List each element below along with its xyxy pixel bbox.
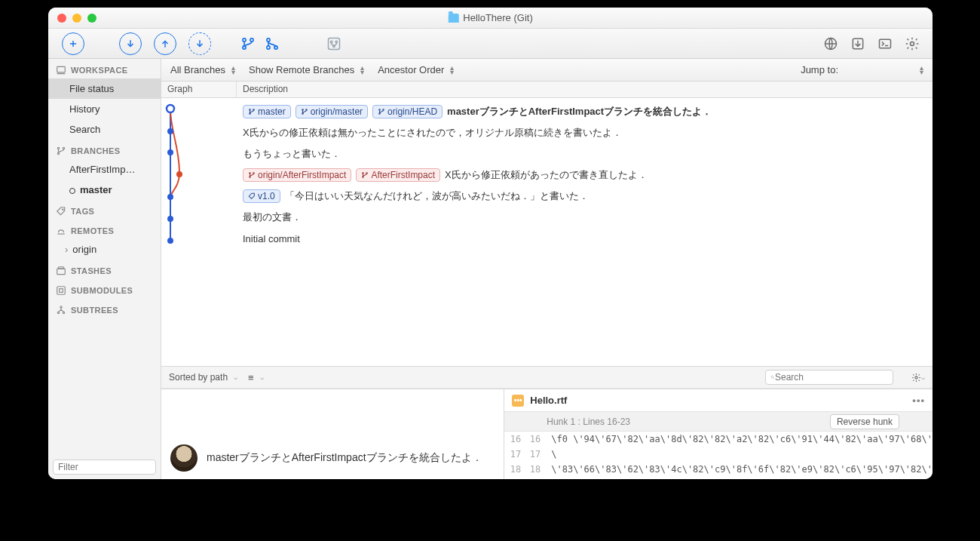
sidebar-section-remotes[interactable]: REMOTES	[48, 220, 161, 239]
commit-button[interactable]	[62, 32, 84, 55]
svg-point-39	[167, 149, 173, 155]
file-search[interactable]	[765, 370, 893, 385]
file-search-input[interactable]	[775, 372, 888, 383]
file-icon: •••	[512, 395, 524, 407]
svg-point-43	[167, 238, 173, 244]
merge-button[interactable]	[264, 35, 280, 52]
minimize-window-button[interactable]	[72, 14, 81, 23]
svg-point-47	[302, 109, 303, 111]
file-options-button[interactable]: •••	[912, 395, 925, 406]
svg-point-5	[243, 38, 246, 41]
sidebar-item-file-status[interactable]: File status	[48, 78, 161, 99]
pull-button[interactable]	[119, 32, 142, 55]
maximize-window-button[interactable]	[87, 14, 96, 23]
sidebar-remote-origin[interactable]: ›origin	[48, 239, 161, 260]
svg-point-46	[253, 109, 255, 111]
sidebar-item-search[interactable]: Search	[48, 119, 161, 140]
settings-button[interactable]	[904, 35, 920, 52]
sidebar-section-submodules[interactable]: SUBMODULES	[48, 279, 161, 299]
svg-point-20	[911, 41, 914, 45]
svg-point-40	[176, 171, 182, 177]
diff-line: 1717\	[504, 447, 933, 462]
sidebar-branch-item[interactable]: AfterFirstImp…	[48, 159, 161, 180]
svg-point-7	[250, 38, 253, 41]
branches-filter-dropdown[interactable]: All Branches▴▾	[170, 64, 235, 75]
diff-file-header: ••• Hello.rtf •••	[504, 389, 933, 412]
branch-button[interactable]	[240, 35, 256, 52]
commit-row[interactable]: origin/AfterFirstImpactAfterFirstImpactX…	[237, 164, 933, 186]
svg-point-44	[250, 109, 251, 111]
sidebar: WORKSPACE File status History Search BRA…	[48, 59, 161, 479]
svg-point-50	[379, 109, 381, 111]
svg-point-41	[167, 194, 173, 200]
detail-panel: masterブランチとAfterFirstImpactブランチを統合したよ． •…	[161, 389, 933, 479]
svg-rect-29	[57, 287, 66, 295]
remote-hosting-button[interactable]	[822, 35, 839, 52]
remote-view-button[interactable]	[326, 35, 342, 52]
sidebar-section-subtrees[interactable]: SUBTREES	[48, 299, 161, 318]
jump-to-dropdown[interactable]: Jump to:▴▾	[801, 64, 923, 75]
branch-badge[interactable]: master	[243, 105, 291, 118]
sidebar-filter[interactable]	[53, 460, 156, 475]
diff-filename: Hello.rtf	[530, 395, 567, 406]
svg-point-33	[63, 312, 64, 313]
branch-badge[interactable]: origin/master	[296, 105, 368, 118]
order-dropdown[interactable]: Ancestor Order▴▾	[378, 64, 454, 75]
diff-options-button[interactable]: ⌵	[911, 370, 925, 384]
commit-row[interactable]: Initial commit	[237, 228, 933, 249]
svg-rect-28	[59, 267, 64, 269]
push-button[interactable]	[154, 32, 176, 55]
sidebar-item-history[interactable]: History	[48, 99, 161, 119]
diff-content: 1616\f0 \'94\'67\'82\'aa\'8d\'82\'82\'a2…	[504, 432, 933, 477]
hunk-header: Hunk 1 : Lines 16-23 Reverse hunk	[504, 412, 933, 432]
terminal-button[interactable]	[877, 35, 893, 52]
diff-panel: ••• Hello.rtf ••• Hunk 1 : Lines 16-23 R…	[504, 389, 933, 479]
current-branch-indicator-icon	[69, 188, 75, 194]
branch-badge[interactable]: origin/HEAD	[372, 105, 443, 118]
remote-branches-dropdown[interactable]: Show Remote Branches▴▾	[249, 64, 364, 75]
graph-column	[161, 98, 237, 366]
fetch-button[interactable]	[188, 32, 211, 55]
sidebar-section-branches[interactable]: BRANCHES	[48, 140, 161, 159]
tag-badge[interactable]: v1.0	[243, 189, 280, 203]
stash-button[interactable]	[850, 35, 866, 52]
branch-badge[interactable]: AfterFirstImpact	[356, 168, 440, 182]
svg-rect-21	[57, 66, 66, 72]
commit-list: masterorigin/masterorigin/HEADmasterブランチ…	[161, 98, 933, 366]
sort-dropdown[interactable]: Sorted by path ⌵	[169, 372, 237, 383]
col-graph[interactable]: Graph	[161, 81, 237, 97]
folder-icon	[448, 14, 458, 23]
diff-line: 1616\f0 \'94\'67\'82\'aa\'8d\'82\'82\'a2…	[504, 432, 933, 447]
diff-line: 1818\'83\'66\'83\'62\'83\'4c\'82\'c9\'8f…	[504, 462, 933, 477]
svg-rect-27	[57, 269, 66, 275]
svg-point-42	[167, 216, 173, 222]
commit-row[interactable]: X氏からの修正依頼は無かったことにされたので，オリジナル原稿に続きを書いたよ．	[237, 122, 933, 143]
svg-point-38	[167, 128, 173, 134]
reverse-hunk-button[interactable]: Reverse hunk	[830, 414, 899, 429]
filter-input[interactable]	[58, 462, 161, 472]
commit-message: もうちょっと書いた．	[243, 147, 341, 161]
view-mode-dropdown[interactable]: ≡ ⌵	[248, 372, 264, 383]
commit-message: X氏から修正依頼があったので書き直したよ．	[445, 168, 648, 182]
commit-row[interactable]: もうちょっと書いた．	[237, 143, 933, 164]
author-avatar	[170, 444, 198, 472]
svg-point-26	[63, 209, 63, 210]
svg-point-23	[57, 147, 59, 149]
sidebar-section-stashes[interactable]: STASHES	[48, 260, 161, 279]
commit-row[interactable]: v1.0「今日はいい天気なんだけれど，波が高いみたいだね．」と書いた．	[237, 186, 933, 207]
commit-message-row: masterブランチとAfterFirstImpactブランチを統合したよ．	[161, 437, 504, 479]
close-window-button[interactable]	[57, 14, 66, 23]
sidebar-section-workspace[interactable]: WORKSPACE	[48, 59, 161, 78]
commit-filter-bar: All Branches▴▾ Show Remote Branches▴▾ An…	[161, 59, 933, 81]
svg-line-60	[773, 378, 774, 379]
sidebar-section-tags[interactable]: TAGS	[48, 200, 161, 220]
svg-point-37	[167, 105, 174, 112]
commit-row[interactable]: masterorigin/masterorigin/HEADmasterブランチ…	[237, 101, 933, 122]
svg-point-58	[366, 173, 368, 174]
commit-row[interactable]: 最初の文書．	[237, 207, 933, 228]
svg-point-13	[335, 41, 338, 43]
svg-point-12	[330, 41, 332, 43]
branch-badge[interactable]: origin/AfterFirstImpact	[243, 168, 351, 182]
col-description[interactable]: Description	[237, 81, 933, 97]
sidebar-branch-master[interactable]: master	[48, 180, 161, 200]
